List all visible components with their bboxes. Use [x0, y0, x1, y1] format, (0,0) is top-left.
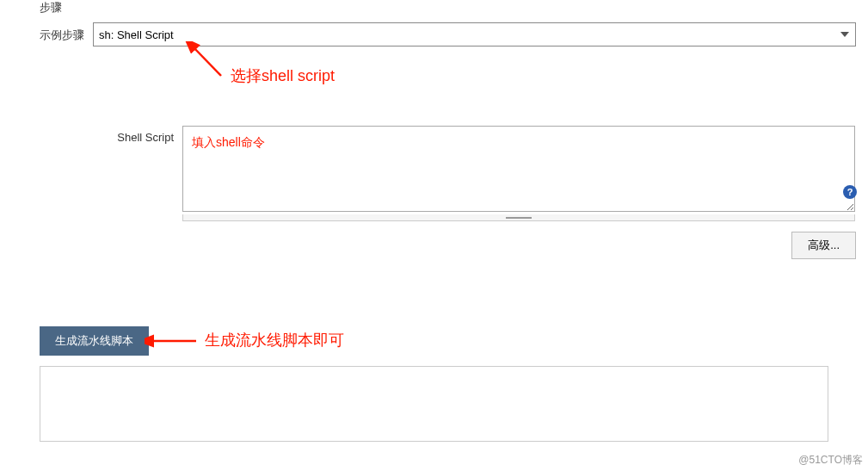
generate-pipeline-button[interactable]: 生成流水线脚本: [40, 326, 149, 356]
pipeline-output-box[interactable]: [40, 366, 828, 442]
sample-step-row: 示例步骤 sh: Shell Script: [0, 22, 868, 46]
svg-line-0: [193, 46, 221, 76]
shell-script-row: Shell Script 填入shell命令 ?: [0, 126, 868, 221]
sample-step-select-wrap: sh: Shell Script: [93, 22, 856, 46]
sample-step-select[interactable]: sh: Shell Script: [93, 22, 856, 46]
section-title: 步骤: [0, 0, 868, 22]
watermark: @51CTO博客: [798, 453, 863, 468]
shell-script-label: Shell Script: [0, 126, 182, 144]
drag-handle-icon: [506, 217, 532, 219]
annotation-select: 选择shell script: [231, 65, 335, 86]
generate-row: 生成流水线脚本: [0, 326, 868, 356]
drag-bar[interactable]: [182, 214, 855, 221]
shell-script-textarea[interactable]: 填入shell命令: [182, 126, 855, 212]
advanced-button[interactable]: 高级...: [791, 232, 856, 259]
shell-script-textarea-wrap: 填入shell命令 ?: [182, 126, 855, 214]
sample-step-label: 示例步骤: [0, 22, 93, 43]
arrow-select-annotation: [182, 41, 234, 83]
help-icon[interactable]: ?: [843, 185, 857, 199]
advanced-row: 高级...: [0, 232, 868, 259]
